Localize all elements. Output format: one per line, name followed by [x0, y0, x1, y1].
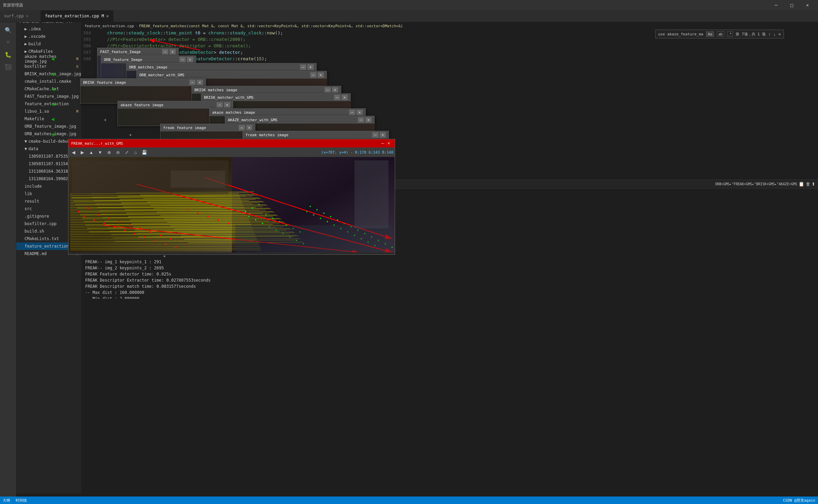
svg-point-118	[255, 219, 256, 221]
terminal-expand-btn[interactable]: ⬆	[812, 182, 815, 187]
sidebar-item-libvo[interactable]: libvo_1.so M	[16, 108, 81, 115]
cv-minimize[interactable]: ─	[189, 80, 195, 85]
freak-gms-controls: ─ ×	[381, 141, 392, 146]
tb-zoom-in-btn[interactable]: ⊕	[105, 148, 113, 156]
item-label: src	[25, 206, 32, 211]
cv-close[interactable]: ×	[197, 80, 203, 85]
close-button[interactable]: ×	[800, 0, 815, 10]
sidebar-item-build[interactable]: ▶ build	[16, 40, 81, 48]
cv-close[interactable]: ×	[332, 87, 338, 93]
tb-up-btn[interactable]: ▲	[88, 148, 95, 156]
sidebar-item-brisk-matches[interactable]: BRISK_matches_image.jpg	[16, 70, 81, 78]
tb-home-btn[interactable]: ⌂	[132, 148, 139, 156]
cv-minimize[interactable]: ─	[358, 117, 364, 123]
cv-minimize[interactable]: ─	[372, 132, 378, 138]
git-icon[interactable]: ⑂	[3, 37, 13, 47]
svg-point-155	[144, 236, 146, 238]
cv-close[interactable]: ×	[308, 64, 314, 70]
tab-feature-extraction[interactable]: feature_extraction.cpp M ×	[41, 10, 113, 22]
nav-arrow-akaze-matches[interactable]: ◀	[51, 116, 54, 122]
cv-title: freak matches image	[246, 133, 288, 137]
sidebar-item-orb-feature[interactable]: ORB_feature_image.jpg	[16, 123, 81, 130]
nav-arrow-freak[interactable]: ◀	[51, 131, 54, 137]
cv-minimize[interactable]: ─	[162, 49, 168, 54]
sidebar-item-akaze-matches[interactable]: akaze matches image.jpg M	[16, 55, 81, 63]
folder-icon: ▼	[25, 146, 27, 151]
next-match-button[interactable]: ↓	[773, 32, 776, 37]
sidebar-item-orb-matches[interactable]: ORB_matches_image.jpg	[16, 130, 81, 138]
sidebar-item-boxfilter[interactable]: boxfilter U	[16, 63, 81, 70]
cv-minimize[interactable]: ─	[217, 102, 223, 108]
debug-icon[interactable]: 🐛	[3, 50, 13, 59]
svg-point-139	[78, 211, 80, 212]
statusbar-outline[interactable]: 大纲	[3, 498, 10, 503]
item-label: lib	[25, 191, 32, 196]
close-find-button[interactable]: ×	[778, 32, 781, 37]
nav-arrow-orb-feature[interactable]: ◀	[51, 56, 54, 62]
svg-point-146	[150, 231, 151, 233]
tab-feature-close[interactable]: ×	[106, 13, 109, 19]
cv-minimize[interactable]: ─	[325, 87, 331, 93]
tb-left-btn[interactable]: ◀	[70, 148, 77, 156]
cv-minimize[interactable]: ─	[300, 64, 306, 70]
cv-minimize[interactable]: ─	[349, 110, 355, 115]
nav-arrow-brisk-matches[interactable]: ◀	[51, 86, 54, 92]
terminal-copy-btn[interactable]: 📋	[799, 182, 804, 187]
tb-save-btn[interactable]: 💾	[141, 148, 148, 156]
cv-close[interactable]: ×	[187, 57, 193, 62]
sidebar-item-vscode[interactable]: ▶ .vscode	[16, 33, 81, 40]
extensions-icon[interactable]: ⬛	[3, 62, 13, 72]
cv-close[interactable]: ×	[357, 110, 363, 115]
sidebar-item-cmake-install[interactable]: cmake_install.cmake	[16, 78, 81, 85]
tab-surf[interactable]: surf.cpp ×	[0, 10, 41, 22]
tb-fit-btn[interactable]: ⤢	[123, 148, 130, 156]
freak-minimize-btn[interactable]: ─	[381, 141, 384, 146]
tb-right-btn[interactable]: ▶	[79, 148, 86, 156]
item-label: FAST_feature_image.jpg	[25, 94, 79, 99]
cv-close[interactable]: ×	[380, 132, 386, 138]
nav-arrow-orb-gms[interactable]: ◀	[51, 71, 54, 77]
item-label: boxfilter.cpp	[25, 221, 57, 226]
regex-button[interactable]: .*	[727, 31, 733, 37]
cv-close[interactable]: ×	[246, 125, 252, 130]
cv-close[interactable]: ×	[318, 72, 324, 78]
svg-point-109	[327, 221, 328, 222]
maximize-button[interactable]: □	[784, 0, 800, 10]
sidebar-item-makefile[interactable]: Makefile	[16, 115, 81, 123]
statusbar-timeline[interactable]: 时间线	[16, 498, 27, 503]
feature-match-viz	[68, 157, 395, 252]
freak-gms-window[interactable]: FREAK_matc...r_with_GMS ─ × ◀ ▶ ▲ ▼ ⊕ ⊖ …	[68, 139, 395, 255]
sidebar-item-cmakecache[interactable]: CMakeCache.txt	[16, 85, 81, 93]
item-label: build.sh	[25, 229, 44, 234]
cv-close[interactable]: ×	[170, 49, 176, 54]
tb-down-btn[interactable]: ▼	[96, 148, 104, 156]
cv-window-brisk-feature[interactable]: BRISK feature image ─ × ◀	[80, 78, 206, 104]
cv-titlebar-freak-matches: freak matches image ─ ×	[243, 131, 389, 139]
search-icon[interactable]: 🔍	[3, 25, 13, 35]
cv-minimize[interactable]: ─	[310, 72, 316, 78]
code-line-397: 397 Ptr<cv::xfeatures2d::SurfFeatureDete…	[81, 49, 818, 56]
item-label: .gitignore	[25, 214, 49, 219]
cv-minimize[interactable]: ─	[334, 95, 340, 100]
sidebar-item-fast-feature[interactable]: FAST_feature_image.jpg	[16, 93, 81, 100]
freak-close-btn[interactable]: ×	[386, 141, 392, 146]
cv-minimize[interactable]: ─	[179, 57, 186, 62]
tb-zoom-out-btn[interactable]: ⊖	[114, 148, 122, 156]
cv-close[interactable]: ×	[365, 117, 372, 123]
sidebar-item-idea[interactable]: ▶ .idea	[16, 25, 81, 33]
nav-arrow-brisk-gms[interactable]: ◀	[51, 101, 54, 107]
sidebar-item-feature-extraction-dir[interactable]: feature_extraction	[16, 100, 81, 108]
cv-minimize[interactable]: ─	[239, 125, 245, 130]
prev-match-button[interactable]: ↑	[768, 32, 771, 37]
cv-close[interactable]: ×	[342, 95, 348, 100]
case-sensitive-button[interactable]: Aa	[706, 31, 714, 37]
cv-buttons: ─ ×	[372, 132, 386, 138]
cv-buttons: ─ ×	[310, 72, 324, 78]
cv-close[interactable]: ×	[224, 102, 230, 108]
svg-point-129	[330, 216, 331, 217]
freak-gms-titlebar: FREAK_matc...r_with_GMS ─ ×	[68, 139, 395, 147]
whole-word-button[interactable]: ab	[717, 31, 724, 37]
tab-surf-close[interactable]: ×	[26, 13, 29, 19]
terminal-trash-btn[interactable]: 🗑	[806, 182, 810, 187]
minimize-button[interactable]: ─	[768, 0, 784, 10]
